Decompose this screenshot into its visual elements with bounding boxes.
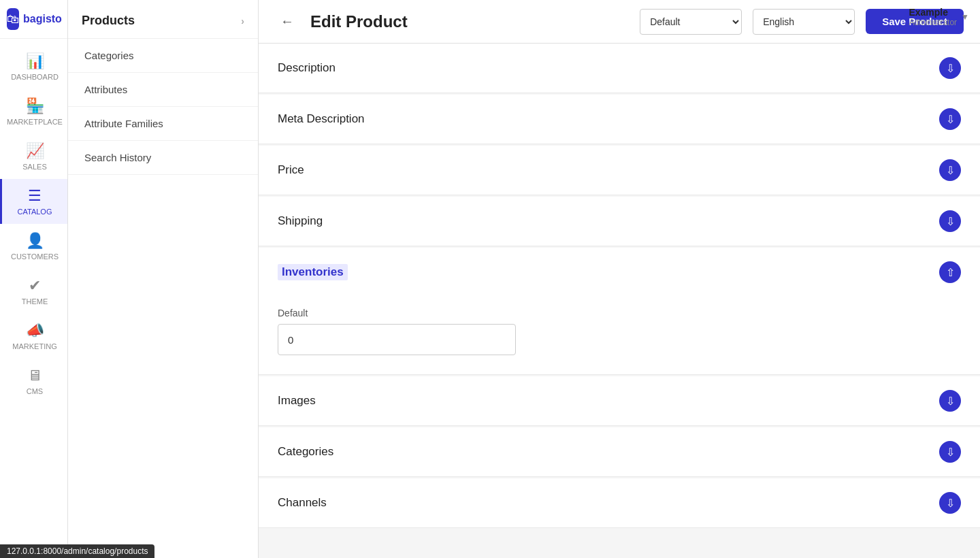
section-title-channels: Channels	[278, 496, 327, 510]
locale-select[interactable]: English French Spanish	[753, 9, 855, 35]
logo-icon: 🛍	[7, 8, 19, 30]
sidebar-item-customers[interactable]: 👤CUSTOMERS	[0, 224, 67, 269]
sidebar-item-label: MARKETING	[12, 342, 56, 350]
main-content: ← Edit Product Default Channel 2 English…	[259, 0, 980, 558]
sub-sidebar: Products › CategoriesAttributesAttribute…	[68, 0, 259, 558]
accordion-toggle-price[interactable]: ⇩	[939, 159, 961, 181]
back-button[interactable]: ←	[275, 11, 299, 32]
cms-icon: 🖥	[27, 367, 42, 384]
accordion-toggle-description[interactable]: ⇩	[939, 57, 961, 79]
theme-icon: ✔	[29, 277, 41, 295]
channel-select[interactable]: Default Channel 2	[640, 9, 742, 35]
accordion-header-price[interactable]: Price ⇩	[259, 146, 980, 195]
customers-icon: 👤	[26, 232, 44, 250]
user-name: Example	[909, 7, 957, 18]
dashboard-icon: 📊	[26, 52, 44, 70]
sidebar-item-label: CUSTOMERS	[11, 252, 59, 261]
section-description: Description ⇩	[259, 44, 980, 93]
sub-sidebar-arrow: ›	[241, 16, 244, 27]
sidebar-item-label: CMS	[27, 387, 43, 395]
user-role: Administrator	[909, 18, 957, 27]
accordion-toggle-inventories[interactable]: ⇧	[939, 261, 961, 283]
catalog-icon: ☰	[28, 187, 42, 205]
section-title-categories: Categories	[278, 445, 333, 459]
field-label-default: Default	[278, 308, 961, 318]
sidebar-item-catalog[interactable]: ☰CATALOG	[0, 179, 67, 224]
sales-icon: 📈	[26, 142, 44, 160]
sub-nav: CategoriesAttributesAttribute FamiliesSe…	[68, 39, 258, 175]
sub-nav-item-attributes[interactable]: Attributes	[68, 73, 258, 107]
sub-nav-item-attribute-families[interactable]: Attribute Families	[68, 107, 258, 141]
user-menu[interactable]: Example Administrator ▼	[898, 0, 980, 34]
accordion-header-categories[interactable]: Categories ⇩	[259, 427, 980, 476]
section-title-meta-description: Meta Description	[278, 112, 365, 126]
logo-text: bagisto	[23, 13, 62, 25]
section-title-images: Images	[278, 394, 316, 408]
page-title: Edit Product	[310, 12, 629, 31]
accordion-toggle-images[interactable]: ⇩	[939, 390, 961, 412]
section-shipping: Shipping ⇩	[259, 197, 980, 246]
sidebar-item-marketing[interactable]: 📣MARKETING	[0, 314, 67, 359]
section-meta-description: Meta Description ⇩	[259, 95, 980, 144]
section-title-inventories: Inventories	[278, 264, 348, 280]
section-images: Images ⇩	[259, 376, 980, 426]
sidebar-item-label: THEME	[22, 297, 48, 306]
section-title-price: Price	[278, 163, 304, 177]
sub-nav-item-categories[interactable]: Categories	[68, 39, 258, 73]
section-title-description: Description	[278, 61, 336, 75]
sidebar-item-marketplace[interactable]: 🏪MARKETPLACE	[0, 89, 67, 134]
accordion-toggle-categories[interactable]: ⇩	[939, 441, 961, 463]
accordion-header-meta-description[interactable]: Meta Description ⇩	[259, 95, 980, 144]
logo[interactable]: 🛍 bagisto	[0, 0, 67, 39]
sidebar-item-dashboard[interactable]: 📊DASHBOARD	[0, 44, 67, 89]
accordion-body-inventories: Default	[259, 297, 980, 374]
sidebar-item-label: SALES	[22, 163, 46, 171]
sub-sidebar-header: Products ›	[68, 0, 258, 39]
section-title-shipping: Shipping	[278, 214, 323, 228]
accordion-toggle-shipping[interactable]: ⇩	[939, 210, 961, 232]
main-nav: 📊DASHBOARD🏪MARKETPLACE📈SALES☰CATALOG👤CUS…	[0, 44, 67, 404]
topbar: ← Edit Product Default Channel 2 English…	[259, 0, 980, 44]
accordion-header-inventories[interactable]: Inventories ⇧	[259, 248, 980, 297]
section-price: Price ⇩	[259, 146, 980, 195]
accordion-header-shipping[interactable]: Shipping ⇩	[259, 197, 980, 246]
section-channels: Channels ⇩	[259, 478, 980, 528]
content-area: Description ⇩ Meta Description ⇩ Price ⇩…	[259, 44, 980, 558]
sidebar-item-sales[interactable]: 📈SALES	[0, 134, 67, 179]
status-bar: 127.0.0.1:8000/admin/catalog/products	[0, 544, 154, 558]
sub-sidebar-title: Products	[82, 14, 135, 28]
marketplace-icon: 🏪	[26, 97, 44, 115]
sidebar-item-theme[interactable]: ✔THEME	[0, 269, 67, 314]
accordion-header-channels[interactable]: Channels ⇩	[259, 478, 980, 527]
accordion-header-description[interactable]: Description ⇩	[259, 44, 980, 93]
section-categories: Categories ⇩	[259, 427, 980, 477]
marketing-icon: 📣	[26, 322, 44, 340]
accordion-toggle-channels[interactable]: ⇩	[939, 492, 961, 514]
user-dropdown-icon: ▼	[961, 12, 969, 22]
left-sidebar: 🛍 bagisto 📊DASHBOARD🏪MARKETPLACE📈SALES☰C…	[0, 0, 68, 558]
sidebar-item-cms[interactable]: 🖥CMS	[0, 359, 67, 404]
sidebar-item-label: CATALOG	[18, 208, 52, 216]
sidebar-item-label: MARKETPLACE	[7, 118, 63, 126]
field-input-default[interactable]	[278, 324, 516, 355]
sidebar-item-label: DASHBOARD	[11, 73, 59, 81]
accordion-toggle-meta-description[interactable]: ⇩	[939, 108, 961, 130]
section-inventories: Inventories ⇧ Default	[259, 248, 980, 375]
accordion-header-images[interactable]: Images ⇩	[259, 376, 980, 425]
field-default: Default	[278, 308, 961, 355]
sub-nav-item-search-history[interactable]: Search History	[68, 141, 258, 175]
